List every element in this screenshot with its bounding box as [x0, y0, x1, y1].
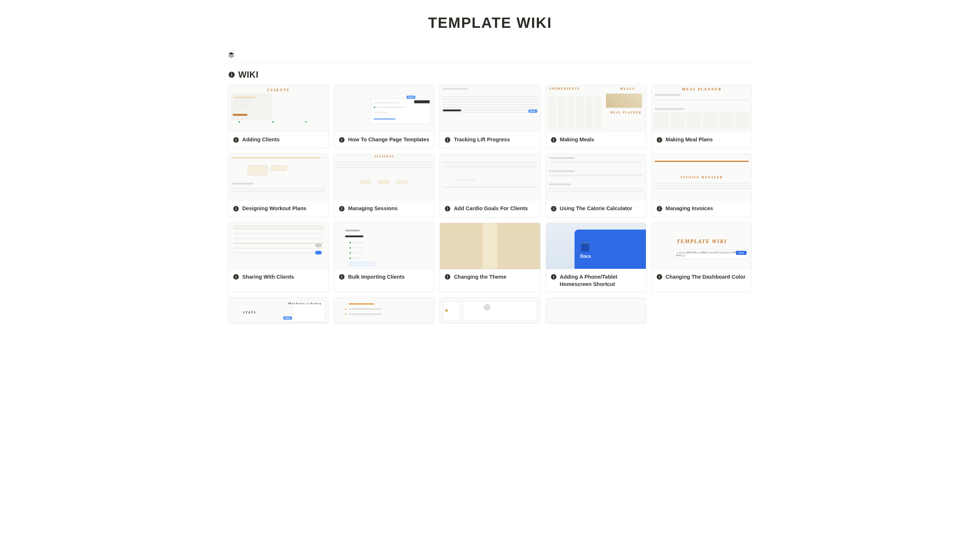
info-icon [444, 206, 451, 212]
card-making-meal-plans[interactable]: MEAL PLANNER Making Meal Plans [651, 85, 752, 149]
svg-rect-16 [659, 140, 660, 141]
info-icon [233, 206, 239, 212]
svg-rect-7 [341, 140, 342, 141]
card-adding-clients[interactable]: CLIENTS Adding Clients [228, 85, 329, 149]
svg-point-2 [231, 73, 232, 73]
svg-rect-10 [447, 140, 448, 141]
new-button-pill: New [407, 96, 415, 99]
info-icon [550, 274, 557, 280]
card-thumbnail [440, 223, 540, 269]
card-homescreen-shortcut[interactable]: Docs Adding A Phone/Tablet Homescreen Sh… [546, 223, 646, 293]
card-making-meals[interactable]: INGREDIENTS MEALS MEAL PLANNER Making Me… [546, 85, 646, 149]
svg-rect-40 [447, 276, 448, 278]
card-title: Making Meal Plans [666, 136, 713, 144]
section-header: WIKI [228, 63, 752, 85]
card-thumbnail: TEMPLATE WIKI \color{D87620}\LARGE\textb… [652, 223, 752, 269]
svg-rect-19 [235, 208, 236, 210]
svg-rect-37 [341, 276, 342, 278]
card-thumbnail: INVOICE MANAGER [652, 154, 752, 200]
view-header-bar [228, 49, 752, 63]
card-changing-dashboard-color[interactable]: TEMPLATE WIKI \color{D87620}\LARGE\textb… [651, 223, 752, 293]
thumb-heading: Workout Library [288, 302, 322, 305]
card-title: Add Cardio Goals For Clients [454, 205, 528, 212]
thumb-heading: STATS [243, 311, 256, 314]
card-thumbnail [440, 298, 540, 323]
card-calorie-calculator[interactable]: Using The Calorie Calculator [546, 154, 646, 217]
card-thumbnail [546, 298, 646, 323]
thumb-heading: INGREDIENTS [550, 87, 581, 91]
card-partial-2[interactable] [334, 298, 434, 323]
card-thumbnail: INGREDIENTS MEALS MEAL PLANNER [546, 85, 646, 131]
info-icon [228, 71, 235, 78]
card-partial-3[interactable] [439, 298, 540, 323]
card-title: Tracking Lift Progress [454, 136, 510, 144]
svg-point-17 [659, 139, 660, 139]
svg-point-8 [341, 139, 342, 139]
card-title: Changing the Theme [454, 274, 506, 281]
thumb-heading: MEAL PLANNER [652, 87, 752, 91]
card-designing-workout-plans[interactable]: Designing Workout Plans [228, 154, 329, 217]
info-icon [656, 206, 663, 212]
card-change-page-templates[interactable]: New How To Change Page Templates [334, 85, 434, 149]
card-thumbnail [334, 298, 434, 323]
card-thumbnail: STATS Workout Library New [228, 298, 328, 323]
svg-point-11 [447, 139, 448, 139]
card-managing-sessions[interactable]: SESSIONS Managing Sessions [334, 154, 434, 217]
card-title: Bulk Importing Clients [348, 274, 405, 281]
info-icon [233, 274, 239, 280]
info-icon [444, 137, 451, 143]
card-bulk-importing-clients[interactable]: Bulk Importing Clients [334, 223, 434, 293]
card-partial-1[interactable]: STATS Workout Library New [228, 298, 329, 323]
card-title: Changing The Dashboard Color [666, 274, 745, 281]
svg-rect-31 [659, 208, 660, 210]
thumb-heading: INVOICE MANAGER [652, 175, 752, 179]
svg-point-44 [553, 275, 554, 276]
svg-point-23 [341, 207, 342, 208]
svg-point-32 [659, 207, 660, 208]
card-thumbnail: MEAL PLANNER [652, 85, 752, 131]
card-title: Adding A Phone/Tablet Homescreen Shortcu… [560, 274, 641, 288]
info-icon [233, 137, 239, 143]
svg-point-41 [447, 275, 448, 276]
svg-rect-28 [553, 208, 554, 210]
card-thumbnail: CLIENTS [228, 85, 328, 131]
svg-point-29 [553, 207, 554, 208]
svg-rect-34 [235, 276, 236, 278]
svg-point-35 [235, 275, 236, 276]
info-icon [550, 206, 557, 212]
info-icon [339, 137, 345, 143]
card-managing-invoices[interactable]: INVOICE MANAGER Managing Invoices [651, 154, 752, 217]
card-changing-theme[interactable]: Changing the Theme [439, 223, 540, 293]
card-partial-4[interactable] [546, 298, 646, 323]
svg-rect-25 [447, 208, 448, 210]
info-icon [550, 137, 557, 143]
thumb-heading: CLIENTS [228, 88, 328, 92]
svg-point-14 [553, 139, 554, 139]
card-title: Managing Sessions [348, 205, 398, 212]
card-title: Designing Workout Plans [242, 205, 306, 212]
info-icon [656, 274, 663, 280]
card-grid: CLIENTS Adding Clients New [228, 85, 752, 323]
card-thumbnail: Docs [546, 223, 646, 269]
card-thumbnail [440, 154, 540, 200]
card-title: How To Change Page Templates [348, 136, 429, 144]
svg-point-20 [235, 207, 236, 208]
layers-icon[interactable] [228, 52, 235, 58]
svg-point-26 [447, 207, 448, 208]
page-title: TEMPLATE WIKI [228, 0, 752, 49]
card-add-cardio-goals[interactable]: Add Cardio Goals For Clients [439, 154, 540, 217]
card-thumbnail [228, 154, 328, 200]
new-button-pill: New [528, 110, 537, 113]
card-sharing-with-clients[interactable]: Sharing With Clients [228, 223, 329, 293]
card-thumbnail: New [440, 85, 540, 131]
docs-label: Docs [581, 254, 591, 259]
info-icon [339, 274, 345, 280]
card-title: Adding Clients [242, 136, 280, 144]
card-tracking-lift-progress[interactable]: New Tracking Lift Progress [439, 85, 540, 149]
section-title: WIKI [238, 70, 258, 80]
svg-rect-1 [231, 74, 232, 76]
info-icon [444, 274, 451, 280]
info-icon [339, 206, 345, 212]
svg-rect-13 [553, 140, 554, 141]
thumb-heading: TEMPLATE WIKI [652, 238, 752, 245]
